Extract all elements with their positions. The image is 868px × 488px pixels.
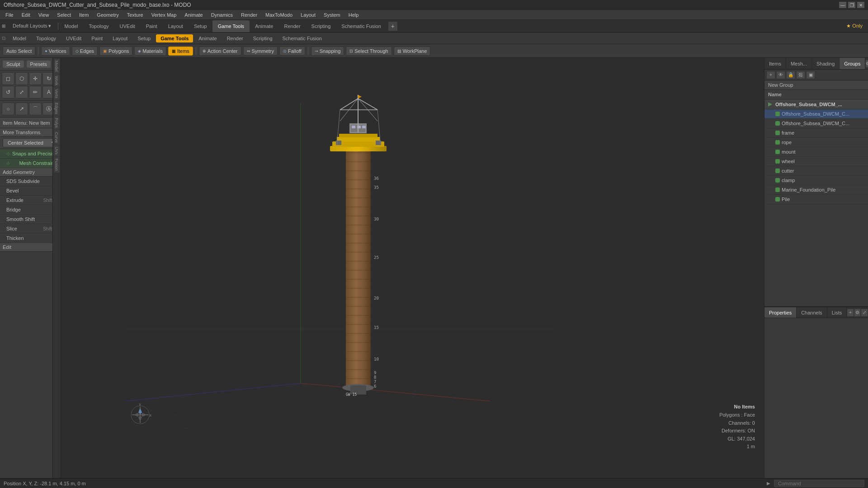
menu-animate[interactable]: Animate: [181, 11, 206, 19]
mode-tab-setup[interactable]: Setup: [133, 34, 155, 42]
layout-tab-default[interactable]: Default Layouts ▾: [7, 20, 57, 32]
polygons-btn[interactable]: ▣ Polygons: [99, 47, 132, 56]
mode-tab-schematic[interactable]: Schematic Fusion: [278, 34, 326, 42]
action-center-btn[interactable]: ⊕ Action Center: [199, 47, 241, 56]
menu-texture[interactable]: Texture: [123, 11, 147, 19]
slice-item[interactable]: Slice Shift+C: [0, 224, 61, 234]
falloff-btn[interactable]: ◎ Falloff: [279, 47, 305, 56]
auto-select-btn[interactable]: Auto Select: [3, 47, 35, 56]
menu-edit[interactable]: Edit: [18, 11, 34, 19]
rp-link-btn[interactable]: ⛓: [796, 71, 805, 79]
layout-tab-paint[interactable]: Paint: [141, 20, 163, 32]
minimize-button[interactable]: —: [839, 2, 846, 8]
sds-subdivide-item[interactable]: SDS Subdivide D: [0, 177, 61, 186]
tool-scale[interactable]: ⤢: [15, 86, 28, 99]
rp-tab-items[interactable]: Items: [764, 58, 786, 69]
layout-tab-uvedit[interactable]: UVEdit: [114, 20, 141, 32]
viewport[interactable]: ▶ Perspective Advanced Ray GL: Off ⊡ 🔍 ⚙…: [61, 58, 764, 478]
tool-curve[interactable]: ⌒: [29, 103, 42, 115]
workplane-btn[interactable]: ▤ WorkPlane: [394, 47, 431, 56]
center-selected-select[interactable]: Center Selected: [3, 138, 58, 147]
mode-tab-scripting[interactable]: Scripting: [249, 34, 277, 42]
tool-pen[interactable]: ✏: [29, 86, 42, 99]
layout-tab-topology[interactable]: Topology: [83, 20, 114, 32]
rp-mesh-btn[interactable]: ▣: [806, 71, 815, 79]
menu-file[interactable]: File: [2, 11, 17, 19]
layout-tab-model[interactable]: Model: [59, 20, 84, 32]
bevel-item[interactable]: Bevel B: [0, 186, 61, 196]
extrude-item[interactable]: Extrude Shift+X: [0, 196, 61, 205]
add-geometry-header[interactable]: Add Geometry: [0, 168, 61, 177]
items-btn[interactable]: ▦ Items: [168, 47, 193, 56]
mode-tab-animate[interactable]: Animate: [194, 34, 221, 42]
menu-dynamics[interactable]: Dynamics: [208, 11, 236, 19]
rp-bottom-expand-btn[interactable]: ⤢: [861, 309, 868, 317]
sidetab-curve[interactable]: Curve: [54, 130, 60, 145]
layout-tab-scripting[interactable]: Scripting: [306, 20, 336, 32]
materials-btn[interactable]: ◈ Materials: [134, 47, 166, 56]
symmetry-btn[interactable]: ⇔ Symmetry: [243, 47, 278, 56]
center-selected-dropdown[interactable]: Center Selected: [0, 137, 61, 149]
sidetab-uvs[interactable]: UVs: [54, 145, 60, 156]
sidetab-verts[interactable]: Verts: [54, 87, 60, 100]
sculpt-btn[interactable]: Sculpt: [3, 61, 24, 68]
menu-item[interactable]: Item: [75, 11, 92, 19]
menu-maxtomodo[interactable]: MaxToModo: [262, 11, 296, 19]
bridge-item[interactable]: Bridge: [0, 205, 61, 215]
rp-item-1[interactable]: Offshore_Subsea_DWCM_C...: [764, 119, 868, 128]
mode-tab-uvedit[interactable]: UVEdit: [61, 34, 86, 42]
sidetab-fusion[interactable]: Fusion: [54, 157, 60, 173]
snaps-precision-item[interactable]: ⊹ Snaps and Precision: [0, 149, 61, 159]
rp-bottom-tab-lists[interactable]: Lists: [827, 307, 847, 318]
presets-btn[interactable]: Presets: [27, 61, 51, 68]
layout-tab-game-tools[interactable]: Game Tools: [212, 20, 250, 32]
vertices-btn[interactable]: ● Vertices: [41, 47, 70, 56]
sidetab-work[interactable]: Work: [54, 74, 60, 87]
star-only-label[interactable]: ★ Only: [846, 23, 863, 29]
rp-item-2[interactable]: frame: [764, 128, 868, 138]
menu-system[interactable]: System: [320, 11, 344, 19]
item-menu-bar[interactable]: Item Menu: New Item: [0, 117, 61, 128]
menu-help[interactable]: Help: [345, 11, 363, 19]
tool-rotate2[interactable]: ↺: [2, 86, 14, 99]
rp-item-5[interactable]: wheel: [764, 157, 868, 166]
menu-vertex-map[interactable]: Vertex Map: [148, 11, 180, 19]
rp-bottom-tab-channels[interactable]: Channels: [797, 307, 827, 318]
rp-item-3[interactable]: rope: [764, 138, 868, 147]
command-input[interactable]: [774, 480, 864, 487]
thicken-item[interactable]: Thicken: [0, 234, 61, 243]
rp-item-4[interactable]: mount: [764, 147, 868, 157]
layout-tab-add[interactable]: +: [388, 22, 397, 31]
rp-item-9[interactable]: Pile: [764, 195, 868, 204]
mode-tab-layout[interactable]: Layout: [108, 34, 132, 42]
mode-tab-render[interactable]: Render: [222, 34, 248, 42]
menu-layout[interactable]: Layout: [297, 11, 319, 19]
rp-bottom-add-btn[interactable]: +: [847, 309, 854, 317]
select-through-btn[interactable]: ⊡ Select Through: [346, 47, 392, 56]
menu-select[interactable]: Select: [53, 11, 75, 19]
mesh-constraints-item[interactable]: ⊹ Mesh Constraints: [0, 159, 61, 168]
close-button[interactable]: ✕: [857, 2, 864, 8]
menu-geometry[interactable]: Geometry: [93, 11, 122, 19]
tool-lasso[interactable]: ⬡: [15, 72, 28, 85]
rp-tab-mesh[interactable]: Mesh...: [786, 58, 812, 69]
rp-bottom-settings-btn[interactable]: ⚙: [854, 309, 861, 317]
sidetab-model[interactable]: Model: [54, 59, 60, 74]
rp-gear-icon[interactable]: ⚙: [865, 60, 868, 68]
tool-point[interactable]: ○: [2, 103, 14, 115]
edit-header[interactable]: Edit ▼: [0, 243, 61, 252]
layout-tab-animate[interactable]: Animate: [250, 20, 278, 32]
layout-tab-render[interactable]: Render: [278, 20, 306, 32]
rp-lock-btn[interactable]: 🔒: [786, 71, 795, 79]
rp-scene-root[interactable]: ▶ Offshore_Subsea_DWCM_...: [764, 99, 868, 109]
smooth-shift-item[interactable]: Smooth Shift: [0, 215, 61, 224]
rp-item-7[interactable]: clamp: [764, 176, 868, 185]
rp-bottom-tab-properties[interactable]: Properties: [764, 307, 797, 318]
tool-arrow[interactable]: ↗: [15, 103, 28, 115]
menu-view[interactable]: View: [35, 11, 53, 19]
mode-tab-model[interactable]: Model: [8, 34, 31, 42]
rp-item-8[interactable]: Marine_Foundation_Pile: [764, 185, 868, 195]
mode-tab-topology[interactable]: Topology: [32, 34, 61, 42]
mode-tab-paint[interactable]: Paint: [87, 34, 107, 42]
rp-add-btn[interactable]: +: [766, 71, 775, 79]
